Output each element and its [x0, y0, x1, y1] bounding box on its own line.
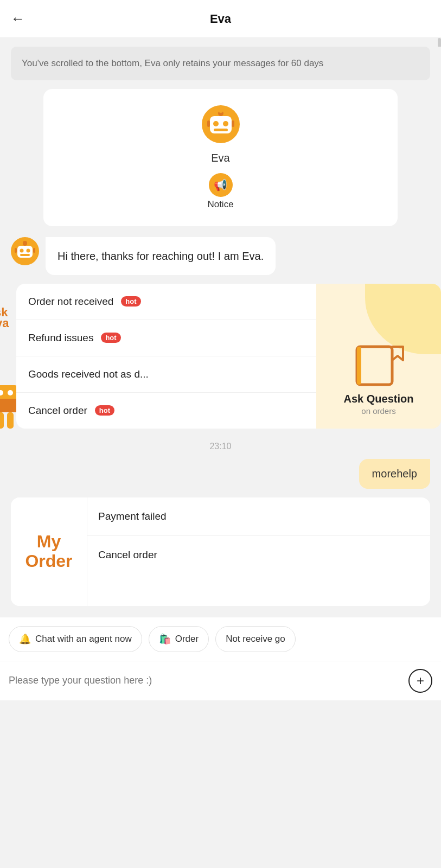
svg-rect-4 [214, 129, 228, 131]
quick-action-button[interactable]: Not receive go [215, 626, 296, 652]
svg-marker-25 [392, 347, 403, 360]
timestamp: 23:10 [0, 442, 441, 451]
my-order-item[interactable]: Cancel order [87, 536, 430, 574]
my-order-item[interactable]: Payment failed [87, 497, 430, 536]
svg-rect-8 [232, 120, 234, 127]
bot-intro-card: Eva 📢 Notice [43, 89, 398, 226]
option-item[interactable]: Refund issueshot [16, 320, 316, 356]
notice-icon: 📢 [209, 173, 233, 197]
input-bar: + [0, 661, 441, 700]
my-order-label: MyOrder [25, 532, 72, 570]
options-list: Order not receivedhotRefund issueshotGoo… [16, 284, 316, 429]
header: ← Eva [0, 0, 441, 38]
quick-action-button[interactable]: 🔔Chat with an agent now [9, 626, 142, 652]
options-row: sk va Order not receivedhotRefund issues… [0, 284, 441, 429]
add-button[interactable]: + [408, 669, 432, 693]
bot-name: Eva [211, 152, 229, 164]
book-icon [351, 344, 406, 393]
user-message-row: morehelp [0, 459, 441, 489]
quick-action-label: Order [175, 634, 199, 644]
notice-label: Notice [207, 199, 233, 210]
ask-question-card[interactable]: Ask Question on orders [316, 284, 441, 429]
bot-avatar-small [11, 237, 39, 265]
bot-message-row: Hi there, thanks for reaching out! I am … [11, 237, 430, 275]
svg-point-2 [213, 121, 219, 126]
ask-question-sub: on orders [361, 406, 395, 416]
user-bubble: morehelp [359, 459, 430, 489]
svg-rect-15 [15, 248, 17, 253]
option-item[interactable]: Goods received not as d... [16, 356, 316, 393]
notice-button[interactable]: 📢 Notice [207, 173, 233, 210]
quick-action-label: Chat with an agent now [35, 634, 132, 644]
my-order-panel: MyOrder Payment failedCancel order [11, 497, 430, 606]
system-notice: You've scrolled to the bottom, Eva only … [11, 47, 430, 80]
quick-action-label: Not receive go [226, 634, 285, 644]
ask-question-title: Ask Question [344, 393, 414, 405]
option-item[interactable]: Cancel orderhot [16, 393, 316, 429]
svg-point-3 [223, 121, 228, 126]
svg-rect-16 [33, 248, 35, 253]
svg-rect-19 [0, 412, 4, 429]
quick-action-icon: 🛍️ [159, 633, 171, 645]
bot-greeting-bubble: Hi there, thanks for reaching out! I am … [46, 237, 276, 275]
quick-action-icon: 🔔 [19, 633, 31, 645]
bot-avatar-large [202, 105, 240, 143]
option-item[interactable]: Order not receivedhot [16, 284, 316, 320]
svg-rect-23 [357, 347, 392, 385]
my-order-label-area: MyOrder [11, 497, 87, 606]
my-order-items: Payment failedCancel order [87, 497, 430, 606]
svg-point-22 [8, 390, 13, 395]
quick-action-button[interactable]: 🛍️Order [149, 626, 209, 652]
page-title: Eva [210, 12, 231, 26]
svg-rect-7 [207, 120, 210, 127]
svg-point-11 [20, 248, 24, 252]
svg-point-12 [27, 248, 30, 252]
chat-area: You've scrolled to the bottom, Eva only … [0, 47, 441, 868]
quick-actions: 🔔Chat with an agent now🛍️OrderNot receiv… [0, 617, 441, 661]
back-button[interactable]: ← [11, 10, 25, 27]
svg-rect-20 [7, 412, 14, 429]
svg-rect-24 [357, 347, 361, 385]
question-input[interactable] [9, 675, 402, 686]
svg-rect-18 [0, 399, 16, 412]
svg-rect-13 [20, 254, 30, 256]
svg-point-6 [219, 108, 223, 113]
svg-rect-14 [23, 241, 27, 246]
